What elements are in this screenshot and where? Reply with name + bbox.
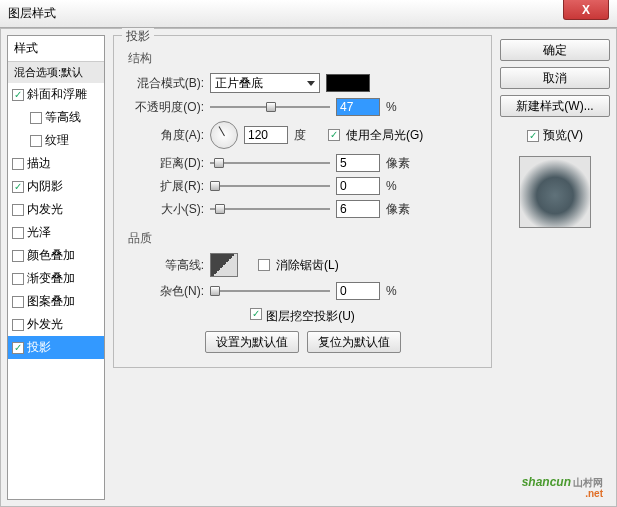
sidebar-checkbox-6[interactable]	[12, 227, 24, 239]
knockout-checkbox[interactable]	[250, 308, 262, 320]
spread-label: 扩展(R):	[124, 178, 204, 195]
sidebar-checkbox-8[interactable]	[12, 273, 24, 285]
sidebar-item-label: 纹理	[45, 132, 69, 149]
sidebar-item-label: 外发光	[27, 316, 63, 333]
sidebar-checkbox-3[interactable]	[12, 158, 24, 170]
sidebar-checkbox-2[interactable]	[30, 135, 42, 147]
sidebar-item-0[interactable]: 斜面和浮雕	[8, 83, 104, 106]
contour-label: 等高线:	[124, 257, 204, 274]
noise-input[interactable]: 0	[336, 282, 380, 300]
titlebar: 图层样式 X	[0, 0, 617, 28]
sidebar-item-2[interactable]: 纹理	[8, 129, 104, 152]
sidebar-header: 样式	[8, 36, 104, 62]
make-default-button[interactable]: 设置为默认值	[205, 331, 299, 353]
distance-input[interactable]: 5	[336, 154, 380, 172]
antialias-label: 消除锯齿(L)	[276, 257, 339, 274]
preview-checkbox[interactable]	[527, 130, 539, 142]
sidebar-item-label: 斜面和浮雕	[27, 86, 87, 103]
antialias-checkbox[interactable]	[258, 259, 270, 271]
blend-mode-value: 正片叠底	[215, 75, 263, 92]
distance-slider[interactable]	[210, 155, 330, 171]
size-unit: 像素	[386, 201, 414, 218]
spread-slider[interactable]	[210, 178, 330, 194]
sidebar-item-9[interactable]: 图案叠加	[8, 290, 104, 313]
blend-mode-combo[interactable]: 正片叠底	[210, 73, 320, 93]
angle-dial[interactable]	[210, 121, 238, 149]
structure-title: 结构	[128, 50, 481, 67]
sidebar-item-label: 渐变叠加	[27, 270, 75, 287]
reset-default-button[interactable]: 复位为默认值	[307, 331, 401, 353]
size-slider[interactable]	[210, 201, 330, 217]
chevron-down-icon	[307, 81, 315, 86]
knockout-label: 图层挖空投影(U)	[266, 308, 355, 325]
angle-input[interactable]: 120	[244, 126, 288, 144]
sidebar-checkbox-11[interactable]	[12, 342, 24, 354]
shadow-color-swatch[interactable]	[326, 74, 370, 92]
contour-picker[interactable]	[210, 253, 238, 277]
sidebar-checkbox-0[interactable]	[12, 89, 24, 101]
sidebar-item-label: 描边	[27, 155, 51, 172]
sidebar-item-label: 内发光	[27, 201, 63, 218]
opacity-slider[interactable]	[210, 99, 330, 115]
distance-unit: 像素	[386, 155, 414, 172]
sidebar-blend-options[interactable]: 混合选项:默认	[8, 62, 104, 83]
sidebar-item-8[interactable]: 渐变叠加	[8, 267, 104, 290]
sidebar-checkbox-4[interactable]	[12, 181, 24, 193]
angle-unit: 度	[294, 127, 322, 144]
opacity-input[interactable]: 47	[336, 98, 380, 116]
spread-unit: %	[386, 179, 414, 193]
center-panel: 投影 结构 混合模式(B): 正片叠底 不透明度(O): 47 %	[105, 35, 500, 500]
sidebar-checkbox-7[interactable]	[12, 250, 24, 262]
styles-sidebar: 样式 混合选项:默认 斜面和浮雕等高线纹理描边内阴影内发光光泽颜色叠加渐变叠加图…	[7, 35, 105, 500]
sidebar-item-label: 等高线	[45, 109, 81, 126]
spread-input[interactable]: 0	[336, 177, 380, 195]
effect-fieldset: 投影 结构 混合模式(B): 正片叠底 不透明度(O): 47 %	[113, 35, 492, 368]
sidebar-checkbox-1[interactable]	[30, 112, 42, 124]
close-icon: X	[582, 3, 590, 17]
sidebar-checkbox-9[interactable]	[12, 296, 24, 308]
quality-title: 品质	[128, 230, 481, 247]
global-light-checkbox[interactable]	[328, 129, 340, 141]
effect-title: 投影	[122, 28, 154, 45]
sidebar-checkbox-5[interactable]	[12, 204, 24, 216]
sidebar-item-label: 图案叠加	[27, 293, 75, 310]
opacity-label: 不透明度(O):	[124, 99, 204, 116]
angle-label: 角度(A):	[124, 127, 204, 144]
close-button[interactable]: X	[563, 0, 609, 20]
new-style-button[interactable]: 新建样式(W)...	[500, 95, 610, 117]
sidebar-item-3[interactable]: 描边	[8, 152, 104, 175]
sidebar-item-11[interactable]: 投影	[8, 336, 104, 359]
main-area: 样式 混合选项:默认 斜面和浮雕等高线纹理描边内阴影内发光光泽颜色叠加渐变叠加图…	[0, 28, 617, 507]
watermark: shancun山村网 .net	[522, 466, 603, 499]
window-title: 图层样式	[8, 5, 56, 22]
size-input[interactable]: 6	[336, 200, 380, 218]
ok-button[interactable]: 确定	[500, 39, 610, 61]
sidebar-item-label: 颜色叠加	[27, 247, 75, 264]
distance-label: 距离(D):	[124, 155, 204, 172]
preview-thumbnail	[519, 156, 591, 228]
right-panel: 确定 取消 新建样式(W)... 预览(V)	[500, 35, 610, 500]
sidebar-item-1[interactable]: 等高线	[8, 106, 104, 129]
global-light-label: 使用全局光(G)	[346, 127, 423, 144]
sidebar-item-label: 光泽	[27, 224, 51, 241]
noise-unit: %	[386, 284, 414, 298]
sidebar-item-4[interactable]: 内阴影	[8, 175, 104, 198]
sidebar-checkbox-10[interactable]	[12, 319, 24, 331]
preview-label: 预览(V)	[543, 127, 583, 144]
sidebar-item-5[interactable]: 内发光	[8, 198, 104, 221]
sidebar-item-7[interactable]: 颜色叠加	[8, 244, 104, 267]
sidebar-item-label: 内阴影	[27, 178, 63, 195]
sidebar-item-6[interactable]: 光泽	[8, 221, 104, 244]
opacity-unit: %	[386, 100, 414, 114]
cancel-button[interactable]: 取消	[500, 67, 610, 89]
noise-label: 杂色(N):	[124, 283, 204, 300]
size-label: 大小(S):	[124, 201, 204, 218]
sidebar-item-10[interactable]: 外发光	[8, 313, 104, 336]
noise-slider[interactable]	[210, 283, 330, 299]
sidebar-item-label: 投影	[27, 339, 51, 356]
blend-mode-label: 混合模式(B):	[124, 75, 204, 92]
